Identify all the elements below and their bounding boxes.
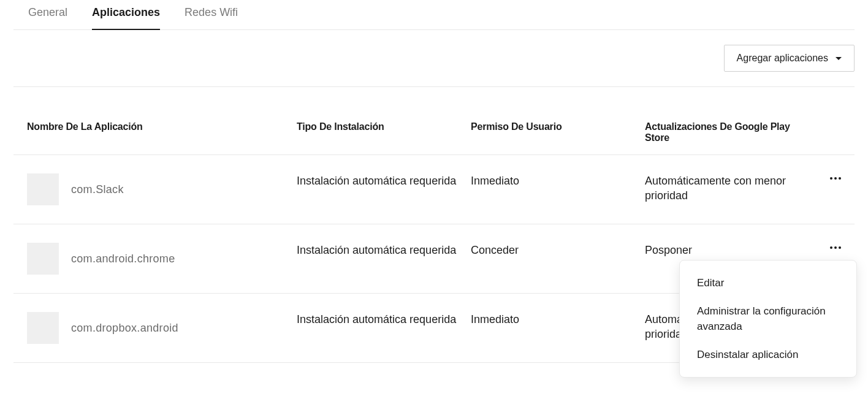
app-package-name: com.android.chrome [71, 251, 175, 266]
cell-install-type: Instalación automática requerida [297, 173, 471, 188]
cell-play-updates: Posponer [645, 243, 817, 257]
table-row: com.android.chrome Instalación automátic… [13, 224, 855, 294]
add-applications-label: Agregar aplicaciones [737, 53, 828, 64]
dots-icon [830, 177, 832, 180]
row-actions-menu: Editar Administrar la configuración avan… [679, 260, 857, 378]
header-actions [817, 121, 841, 143]
app-icon [27, 173, 59, 205]
table-row: com.Slack Instalación automática requeri… [13, 155, 855, 224]
menu-edit[interactable]: Editar [680, 269, 856, 297]
tab-general[interactable]: General [28, 0, 67, 30]
add-applications-button[interactable]: Agregar aplicaciones [724, 45, 855, 72]
applications-table: Nombre De La Aplicación Tipo De Instalac… [13, 87, 855, 363]
toolbar: Agregar aplicaciones [13, 30, 855, 87]
cell-user-permission: Inmediato [471, 312, 645, 327]
header-user-permission: Permiso De Usuario [471, 121, 645, 143]
app-package-name: com.dropbox.android [71, 321, 178, 335]
cell-user-permission: Inmediato [471, 173, 645, 188]
caret-down-icon [836, 57, 842, 60]
tab-aplicaciones[interactable]: Aplicaciones [92, 0, 160, 30]
menu-advanced-config[interactable]: Administrar la configuración avanzada [680, 297, 856, 341]
app-icon [27, 243, 59, 275]
row-actions-button[interactable] [830, 243, 841, 253]
cell-user-permission: Conceder [471, 243, 645, 257]
app-icon [27, 312, 59, 344]
tab-redes-wifi[interactable]: Redes Wifi [185, 0, 238, 30]
cell-play-updates: Automáticamente con menor prioridad [645, 173, 817, 204]
cell-install-type: Instalación automática requerida [297, 243, 471, 257]
row-actions-button[interactable] [830, 173, 841, 183]
cell-install-type: Instalación automática requerida [297, 312, 471, 327]
dots-icon [830, 246, 832, 249]
tab-bar: General Aplicaciones Redes Wifi [13, 0, 855, 30]
header-app-name: Nombre De La Aplicación [27, 121, 297, 143]
header-install-type: Tipo De Instalación [297, 121, 471, 143]
header-play-updates: Actualizaciones De Google Play Store [645, 121, 817, 143]
table-header: Nombre De La Aplicación Tipo De Instalac… [13, 87, 855, 155]
app-package-name: com.Slack [71, 182, 124, 197]
menu-uninstall[interactable]: Desinstalar aplicación [680, 341, 856, 369]
